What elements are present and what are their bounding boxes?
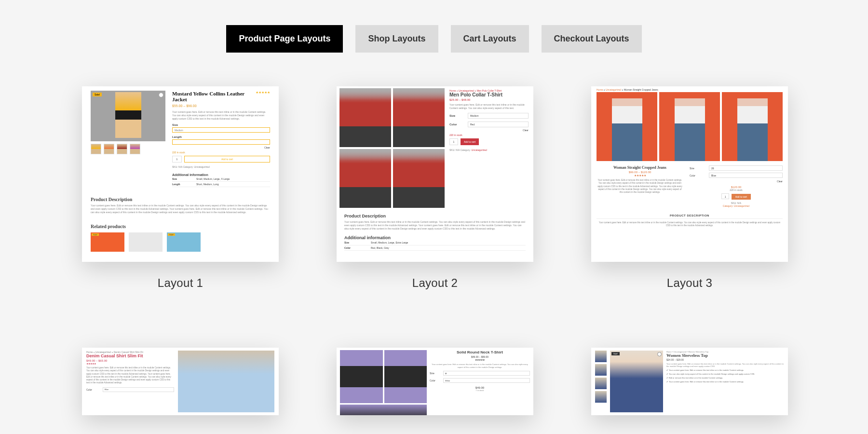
thumb xyxy=(117,144,127,154)
color-select: Blue xyxy=(103,387,174,392)
product-image: Sale! xyxy=(610,351,663,412)
product-image xyxy=(659,92,720,161)
thumb xyxy=(595,364,607,376)
thumb xyxy=(104,144,114,154)
tab-product-page-layouts[interactable]: Product Page Layouts xyxy=(226,25,343,53)
layout-tabs: Product Page Layouts Shop Layouts Cart L… xyxy=(0,0,868,86)
product-title: Solid Round Neck T-Shirt xyxy=(430,350,530,354)
layout-preview-3: Home » Uncategorized » Woman Straight Cr… xyxy=(591,86,788,262)
product-image xyxy=(339,88,391,147)
thumb xyxy=(595,378,607,389)
product-description-heading: Product Description xyxy=(344,214,526,218)
feature-item: Edit or remove this text inline or in th… xyxy=(666,377,784,379)
stock-text: 220 in stock xyxy=(172,151,270,154)
product-desc: Your content goes here. Edit or remove t… xyxy=(86,366,174,385)
product-price: $25.00 – $48.00 xyxy=(449,98,529,101)
length-select xyxy=(172,139,270,145)
stock-text: 7 in stock xyxy=(430,389,530,392)
desc-text: Your content goes here. Edit or remove t… xyxy=(597,221,783,228)
thumb xyxy=(595,351,607,362)
product-desc: Your content goes here. Edit or remove t… xyxy=(172,110,270,121)
layout-preview-6: Sale! Home » Uncategorized » Women Sleev… xyxy=(591,348,788,415)
product-desc: Your content goes here. Edit or remove t… xyxy=(430,363,530,368)
size-select: 26 xyxy=(709,165,783,171)
related-item: Sale! xyxy=(167,232,201,252)
product-image xyxy=(393,88,445,147)
rating-stars: ★★★★★ xyxy=(256,91,270,95)
feature-item: Your content goes here. Edit or remove t… xyxy=(666,380,784,383)
rating-stars: ★★★★★ xyxy=(430,358,530,361)
layout-card-4[interactable]: Home » Uncategorized » Denim Casual Shir… xyxy=(82,348,279,415)
product-title: Woman Straight Cropped Jeans xyxy=(597,165,683,170)
stock-text: 220 in stock xyxy=(449,134,529,136)
tab-checkout-layouts[interactable]: Checkout Layouts xyxy=(542,25,642,53)
desc-text: Your content goes here. Edit or remove t… xyxy=(91,204,270,214)
sku-text: SKU: N/A Category: Uncategorized xyxy=(449,149,529,151)
qty: 1 xyxy=(721,193,729,199)
additional-info-heading: Additional information xyxy=(344,235,526,240)
clear-link: Clear xyxy=(449,129,529,132)
stock-text: 220 in stock xyxy=(690,189,783,191)
sku-text: SKU: N/ACategory: Uncategorized xyxy=(690,202,783,207)
color-select: Red xyxy=(468,122,529,127)
product-desc: Your content goes here. Edit or remove t… xyxy=(449,103,529,110)
layout-card-6[interactable]: Sale! Home » Uncategorized » Women Sleev… xyxy=(591,348,788,415)
product-image xyxy=(339,149,391,208)
qty: 1 xyxy=(449,138,458,145)
thumb xyxy=(130,144,140,154)
layout-label: Layout 3 xyxy=(667,276,712,290)
clear-link: Clear xyxy=(690,180,783,183)
product-image xyxy=(384,350,427,403)
feature-item: You can also style every aspect of this … xyxy=(666,373,784,375)
layout-card-2[interactable]: Home » Uncategorized » Men Polo Collar T… xyxy=(337,86,533,290)
thumb xyxy=(595,391,607,403)
thumb xyxy=(91,144,101,154)
sku-text: SKU: N/A Category: Uncategorized xyxy=(172,165,270,168)
layout-card-5[interactable]: Solid Round Neck T-Shirt $49.00 – $59.00… xyxy=(337,348,533,415)
tab-cart-layouts[interactable]: Cart Layouts xyxy=(451,25,529,53)
layout-label: Layout 2 xyxy=(412,276,458,290)
clear-link: Clear xyxy=(172,146,270,149)
sale-badge: Sale! xyxy=(611,352,620,355)
breadcrumb: Home » Uncategorized » Woman Straight Cr… xyxy=(597,88,783,91)
layout-card-1[interactable]: Sale! ★★★★★Mustard Yellow Collins Leathe… xyxy=(82,86,279,290)
product-image xyxy=(340,405,427,415)
desc-text: Your content goes here. Edit or remove t… xyxy=(344,220,526,231)
layout-preview-4: Home » Uncategorized » Denim Casual Shir… xyxy=(82,348,279,415)
add-to-cart-button: Add to cart xyxy=(732,194,751,200)
rating-stars: ★★★★★ xyxy=(597,174,683,177)
size-select: Medium xyxy=(468,113,529,119)
zoom-icon xyxy=(159,93,163,97)
product-image xyxy=(597,92,657,161)
zoom-icon xyxy=(657,352,662,356)
size-select: M xyxy=(443,371,530,376)
product-desc: Your content goes here. Edit or remove t… xyxy=(666,363,784,367)
layout-preview-2: Home » Uncategorized » Men Polo Collar T… xyxy=(337,86,533,262)
product-description-heading: Product Description xyxy=(91,197,270,202)
size-select: Medium xyxy=(172,127,270,133)
layout-card-3[interactable]: Home » Uncategorized » Woman Straight Cr… xyxy=(591,86,788,290)
color-select: Blue xyxy=(709,173,783,178)
product-title: Men Polo Collar T-Shirt xyxy=(449,92,529,97)
rating-stars: ★★★★★ xyxy=(86,362,174,365)
add-to-cart-button: Add to cart xyxy=(184,156,270,163)
tab-shop-layouts[interactable]: Shop Layouts xyxy=(355,25,438,53)
layout-preview-5: Solid Round Neck T-Shirt $49.00 – $59.00… xyxy=(337,348,533,415)
product-title: Denim Casual Shirt Slim Fit xyxy=(86,353,174,358)
product-image xyxy=(178,351,274,412)
additional-info-heading: Additional information xyxy=(172,173,270,176)
sale-badge: Sale! xyxy=(93,93,102,96)
related-products-heading: Related products xyxy=(91,224,270,229)
product-image xyxy=(393,149,445,208)
feature-item: Your content goes here. Edit or remove t… xyxy=(666,369,784,371)
product-title: Women Sleeveless Top xyxy=(666,353,784,358)
product-price: $24.00 – $29.00 xyxy=(666,358,784,361)
related-item: Sale! xyxy=(91,232,124,252)
product-desc: Your content goes here. Edit or remove t… xyxy=(597,179,683,194)
length-label: Length xyxy=(172,136,270,138)
add-to-cart-button: Add to cart xyxy=(461,138,479,145)
color-select: White xyxy=(443,378,530,383)
related-item xyxy=(129,232,163,252)
product-description-heading: PRODUCT DESCRIPTION xyxy=(597,214,783,217)
product-price: $55.00 – $98.00 xyxy=(172,104,270,108)
